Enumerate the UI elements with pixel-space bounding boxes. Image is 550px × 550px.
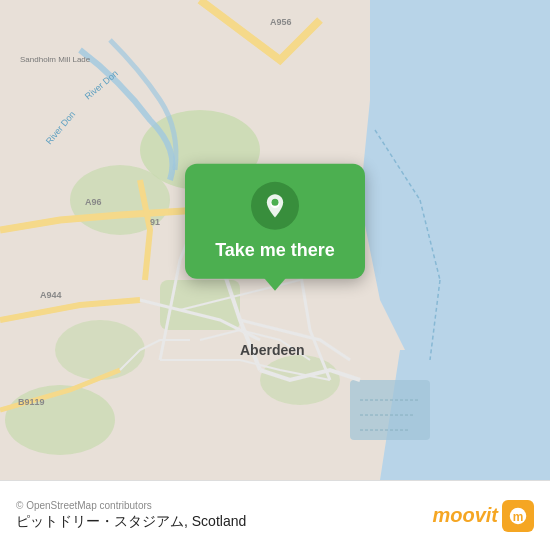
map-container[interactable]: A956 A96 A96 91 A944 B9119 Aberdeen Rive… bbox=[0, 0, 550, 480]
svg-text:B9119: B9119 bbox=[18, 397, 45, 407]
svg-point-11 bbox=[5, 385, 115, 455]
svg-text:A956: A956 bbox=[270, 17, 292, 27]
svg-text:m: m bbox=[513, 509, 524, 523]
svg-point-10 bbox=[55, 320, 145, 380]
attribution-text: © OpenStreetMap contributors bbox=[16, 500, 246, 511]
svg-point-27 bbox=[272, 199, 279, 206]
popup-box[interactable]: Take me there bbox=[185, 164, 365, 279]
svg-rect-12 bbox=[350, 380, 430, 440]
popup-arrow bbox=[263, 277, 287, 291]
moovit-icon: m bbox=[502, 500, 534, 532]
bottom-bar: © OpenStreetMap contributors ピットドリー・スタジア… bbox=[0, 480, 550, 550]
map-popup[interactable]: Take me there bbox=[185, 164, 365, 291]
location-pin-icon bbox=[251, 182, 299, 230]
bottom-info: © OpenStreetMap contributors ピットドリー・スタジア… bbox=[16, 500, 246, 531]
take-me-there-label: Take me there bbox=[215, 240, 335, 261]
svg-text:A944: A944 bbox=[40, 290, 62, 300]
svg-text:A96: A96 bbox=[85, 197, 102, 207]
svg-text:Sandholm Mill Lade: Sandholm Mill Lade bbox=[20, 55, 91, 64]
svg-text:91: 91 bbox=[150, 217, 160, 227]
location-name: ピットドリー・スタジアム, Scotland bbox=[16, 513, 246, 531]
moovit-text: moovit bbox=[432, 504, 498, 527]
svg-text:Aberdeen: Aberdeen bbox=[240, 342, 305, 358]
moovit-logo: moovit m bbox=[432, 500, 534, 532]
